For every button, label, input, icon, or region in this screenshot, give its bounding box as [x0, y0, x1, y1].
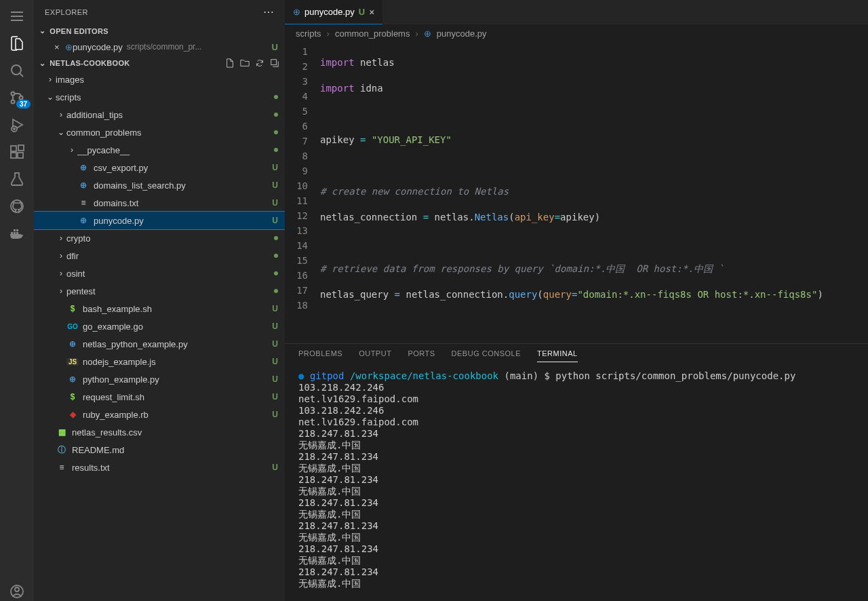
file-punycode[interactable]: ⊕punycode.pyU [34, 212, 285, 229]
folder-additional-tips[interactable]: ›additional_tips [34, 106, 285, 123]
svg-point-7 [20, 96, 23, 100]
open-editor-item[interactable]: × ⊕ punycode.py scripts/common_pr... U [34, 38, 285, 56]
new-folder-icon[interactable] [240, 58, 250, 68]
file-go-example[interactable]: GOgo_example.goU [34, 317, 285, 335]
tab-terminal[interactable]: TERMINAL [537, 349, 578, 362]
folder-pycache[interactable]: ›__pycache__ [34, 141, 285, 159]
chevron-down-icon: ⌄ [39, 59, 45, 68]
code-editor[interactable]: 123456789101112131415161718 import netla… [285, 43, 868, 343]
file-request-limit[interactable]: $request_limit.shU [34, 388, 285, 406]
svg-point-22 [15, 587, 19, 592]
tab-ports[interactable]: PORTS [408, 349, 435, 362]
shell-icon: $ [66, 304, 79, 313]
python-icon: ⊕ [66, 374, 79, 384]
svg-point-5 [12, 92, 15, 96]
csv-icon: ▦ [56, 427, 68, 437]
tab-debug-console[interactable]: DEBUG CONSOLE [452, 349, 521, 362]
github-icon[interactable] [7, 197, 26, 216]
sidebar-title: EXPLORER [45, 8, 88, 16]
collapse-icon[interactable] [270, 58, 279, 68]
docker-icon[interactable] [7, 224, 26, 243]
file-ruby-ex[interactable]: ◆ruby_example.rbU [34, 406, 285, 423]
tab-punycode[interactable]: ⊕ punycode.py U × [285, 0, 382, 24]
tab-output[interactable]: OUTPUT [359, 349, 391, 362]
open-editors-section[interactable]: ⌄ OPEN EDITORS [34, 24, 285, 38]
svg-rect-17 [14, 232, 16, 234]
python-icon: ⊕ [77, 216, 90, 225]
svg-rect-18 [16, 232, 18, 234]
svg-rect-11 [11, 153, 16, 158]
shell-icon: $ [66, 392, 79, 402]
activity-bar: 37 [0, 0, 34, 601]
python-icon: ⊕ [293, 7, 300, 17]
main-area: ⊕ punycode.py U × scripts› common_proble… [285, 0, 868, 601]
folder-crypto[interactable]: ›crypto [34, 229, 285, 247]
code-content[interactable]: import netlas import idna apikey = "YOUR… [320, 43, 868, 343]
tab-problems[interactable]: PROBLEMS [298, 349, 342, 362]
file-domains-txt[interactable]: ≡domains.txtU [34, 194, 285, 212]
accounts-icon[interactable] [7, 582, 26, 601]
svg-rect-20 [16, 229, 18, 231]
menu-icon[interactable] [7, 7, 26, 26]
python-icon: ⊕ [424, 28, 431, 39]
breadcrumb[interactable]: scripts› common_problems› ⊕ punycode.py [285, 24, 868, 43]
file-domains-list[interactable]: ⊕domains_list_search.pyU [34, 176, 285, 194]
sidebar-header: EXPLORER ⋯ [34, 0, 285, 24]
close-icon[interactable]: × [369, 7, 374, 18]
folder-osint[interactable]: ›osint [34, 265, 285, 282]
search-icon[interactable] [7, 61, 26, 80]
line-numbers: 123456789101112131415161718 [285, 43, 320, 343]
file-python-ex[interactable]: ⊕python_example.pyU [34, 370, 285, 388]
folder-scripts[interactable]: ⌄scripts [34, 88, 285, 106]
file-csv-export[interactable]: ⊕csv_export.pyU [34, 159, 285, 176]
project-actions [225, 58, 279, 68]
folder-common-problems[interactable]: ⌄common_problems [34, 123, 285, 141]
svg-rect-10 [11, 146, 16, 151]
modified-dot [274, 95, 278, 99]
chevron-down-icon: ⌄ [39, 26, 45, 35]
svg-rect-23 [271, 60, 277, 65]
svg-rect-13 [18, 145, 24, 151]
svg-line-4 [20, 74, 23, 77]
go-icon: GO [66, 323, 79, 330]
more-icon[interactable]: ⋯ [263, 5, 275, 18]
svg-rect-12 [18, 153, 23, 158]
file-bash-example[interactable]: $bash_example.shU [34, 300, 285, 317]
python-icon: ⊕ [77, 180, 90, 190]
testing-icon[interactable] [7, 170, 26, 189]
text-icon: ≡ [77, 198, 90, 208]
file-nodejs[interactable]: JSnodejs_example.jsU [34, 353, 285, 370]
project-section[interactable]: ⌄ NETLAS-COOKBOOK [34, 56, 285, 71]
text-icon: ≡ [56, 463, 68, 472]
python-icon: ⊕ [65, 42, 73, 52]
file-results[interactable]: ≡results.txtU [34, 459, 285, 476]
bottom-panel: PROBLEMS OUTPUT PORTS DEBUG CONSOLE TERM… [285, 343, 868, 601]
terminal[interactable]: ● gitpod /workspace/netlas-cookbook (mai… [285, 368, 868, 601]
file-netlas-csv[interactable]: ▦netlas_results.csv [34, 423, 285, 441]
info-icon: ⓘ [56, 444, 68, 456]
folder-images[interactable]: ›images [34, 71, 285, 88]
editor-tabs: ⊕ punycode.py U × [285, 0, 868, 24]
close-icon[interactable]: × [54, 42, 65, 52]
python-icon: ⊕ [66, 339, 79, 349]
new-file-icon[interactable] [225, 58, 235, 68]
explorer-icon[interactable] [7, 34, 26, 53]
svg-rect-19 [14, 229, 16, 231]
folder-pentest[interactable]: ›pentest [34, 282, 285, 300]
file-readme[interactable]: ⓘREADME.md [34, 441, 285, 459]
svg-point-6 [12, 100, 15, 104]
run-debug-icon[interactable] [7, 115, 26, 134]
scm-badge: 37 [16, 100, 31, 109]
folder-dfir[interactable]: ›dfir [34, 247, 285, 265]
svg-rect-16 [11, 232, 13, 234]
js-icon: JS [66, 358, 79, 366]
extensions-icon[interactable] [7, 142, 26, 161]
refresh-icon[interactable] [255, 58, 264, 68]
svg-point-3 [12, 65, 21, 75]
sidebar: EXPLORER ⋯ ⌄ OPEN EDITORS × ⊕ punycode.p… [34, 0, 285, 601]
file-netlas-py[interactable]: ⊕netlas_python_example.pyU [34, 335, 285, 353]
source-control-icon[interactable]: 37 [7, 88, 26, 107]
panel-tabs: PROBLEMS OUTPUT PORTS DEBUG CONSOLE TERM… [285, 344, 868, 368]
python-icon: ⊕ [77, 163, 90, 172]
file-tree: ›images ⌄scripts ›additional_tips ⌄commo… [34, 71, 285, 601]
